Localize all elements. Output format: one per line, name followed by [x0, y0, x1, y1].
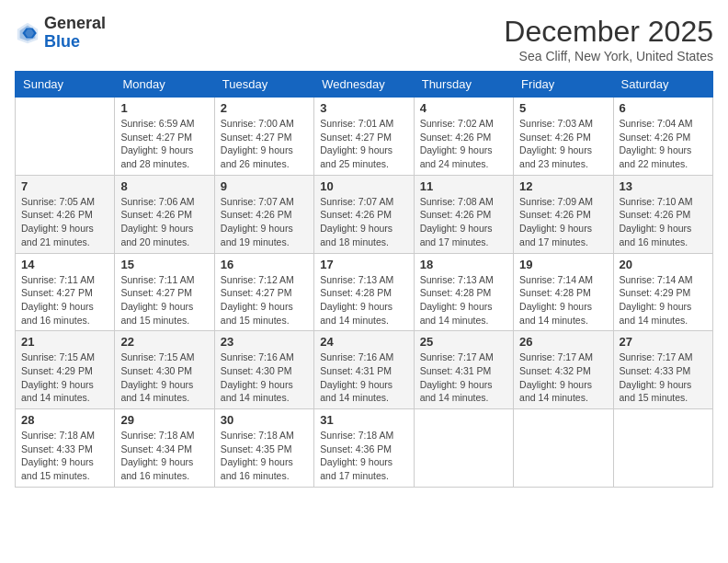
- cell-date-number: 1: [120, 101, 208, 115]
- cell-date-number: 8: [120, 179, 208, 193]
- logo-icon: [15, 20, 40, 46]
- calendar-table: SundayMondayTuesdayWednesdayThursdayFrid…: [15, 71, 713, 488]
- cell-date-number: 31: [320, 413, 407, 427]
- cell-sun-info: Sunrise: 7:17 AMSunset: 4:33 PMDaylight:…: [620, 350, 707, 405]
- cell-sun-info: Sunrise: 7:16 AMSunset: 4:31 PMDaylight:…: [320, 350, 407, 405]
- calendar-cell: 13Sunrise: 7:10 AMSunset: 4:26 PMDayligh…: [613, 175, 712, 253]
- cell-date-number: 29: [120, 413, 208, 427]
- cell-sun-info: Sunrise: 7:18 AMSunset: 4:36 PMDaylight:…: [320, 429, 407, 483]
- calendar-cell: 3Sunrise: 7:01 AMSunset: 4:27 PMDaylight…: [314, 98, 414, 176]
- cell-sun-info: Sunrise: 7:17 AMSunset: 4:32 PMDaylight:…: [519, 350, 607, 405]
- cell-date-number: 23: [221, 335, 308, 349]
- cell-date-number: 19: [519, 258, 607, 271]
- cell-sun-info: Sunrise: 7:10 AMSunset: 4:26 PMDaylight:…: [620, 195, 707, 249]
- cell-date-number: 7: [21, 179, 108, 193]
- week-row-2: 7Sunrise: 7:05 AMSunset: 4:26 PMDaylight…: [16, 175, 713, 253]
- title-block: December 2025 Sea Cliff, New York, Unite…: [504, 15, 713, 63]
- cell-date-number: 6: [620, 101, 707, 115]
- calendar-cell: 26Sunrise: 7:17 AMSunset: 4:32 PMDayligh…: [514, 331, 613, 409]
- day-header-monday: Monday: [115, 72, 214, 98]
- calendar-cell: 18Sunrise: 7:13 AMSunset: 4:28 PMDayligh…: [414, 253, 513, 331]
- week-row-1: 1Sunrise: 6:59 AMSunset: 4:27 PMDaylight…: [16, 98, 713, 176]
- calendar-cell: 11Sunrise: 7:08 AMSunset: 4:26 PMDayligh…: [414, 175, 513, 253]
- calendar-cell: [414, 409, 513, 488]
- cell-date-number: 13: [620, 179, 707, 193]
- cell-sun-info: Sunrise: 7:06 AMSunset: 4:26 PMDaylight:…: [120, 195, 208, 249]
- calendar-cell: 5Sunrise: 7:03 AMSunset: 4:26 PMDaylight…: [514, 98, 613, 176]
- cell-sun-info: Sunrise: 7:11 AMSunset: 4:27 PMDaylight:…: [21, 273, 108, 327]
- cell-date-number: 12: [519, 179, 607, 193]
- cell-date-number: 16: [221, 258, 308, 271]
- cell-sun-info: Sunrise: 7:07 AMSunset: 4:26 PMDaylight:…: [320, 195, 407, 249]
- calendar-title: December 2025: [504, 15, 713, 49]
- calendar-cell: 20Sunrise: 7:14 AMSunset: 4:29 PMDayligh…: [613, 253, 712, 331]
- cell-date-number: 22: [120, 335, 208, 349]
- calendar-cell: 23Sunrise: 7:16 AMSunset: 4:30 PMDayligh…: [214, 331, 313, 409]
- calendar-cell: 21Sunrise: 7:15 AMSunset: 4:29 PMDayligh…: [16, 331, 115, 409]
- cell-sun-info: Sunrise: 7:08 AMSunset: 4:26 PMDaylight:…: [420, 195, 507, 249]
- page-header: General Blue December 2025 Sea Cliff, Ne…: [15, 15, 713, 63]
- cell-date-number: 3: [320, 101, 407, 115]
- calendar-cell: 22Sunrise: 7:15 AMSunset: 4:30 PMDayligh…: [115, 331, 214, 409]
- day-header-tuesday: Tuesday: [214, 72, 313, 98]
- calendar-cell: 24Sunrise: 7:16 AMSunset: 4:31 PMDayligh…: [314, 331, 414, 409]
- cell-sun-info: Sunrise: 7:18 AMSunset: 4:35 PMDaylight:…: [221, 429, 308, 483]
- cell-date-number: 21: [21, 335, 108, 349]
- calendar-subtitle: Sea Cliff, New York, United States: [504, 49, 713, 63]
- cell-sun-info: Sunrise: 7:14 AMSunset: 4:29 PMDaylight:…: [620, 273, 707, 327]
- calendar-cell: 9Sunrise: 7:07 AMSunset: 4:26 PMDaylight…: [214, 175, 313, 253]
- cell-date-number: 26: [519, 335, 607, 349]
- cell-date-number: 9: [221, 179, 308, 193]
- week-row-5: 28Sunrise: 7:18 AMSunset: 4:33 PMDayligh…: [16, 409, 713, 488]
- calendar-cell: 30Sunrise: 7:18 AMSunset: 4:35 PMDayligh…: [214, 409, 313, 488]
- week-row-3: 14Sunrise: 7:11 AMSunset: 4:27 PMDayligh…: [16, 253, 713, 331]
- cell-date-number: 15: [120, 258, 208, 271]
- calendar-cell: 16Sunrise: 7:12 AMSunset: 4:27 PMDayligh…: [214, 253, 313, 331]
- day-header-saturday: Saturday: [613, 72, 712, 98]
- calendar-cell: [16, 98, 115, 176]
- logo-blue-text: Blue: [44, 33, 106, 52]
- calendar-cell: 28Sunrise: 7:18 AMSunset: 4:33 PMDayligh…: [16, 409, 115, 488]
- cell-sun-info: Sunrise: 7:09 AMSunset: 4:26 PMDaylight:…: [519, 195, 607, 249]
- day-header-thursday: Thursday: [414, 72, 513, 98]
- cell-date-number: 10: [320, 179, 407, 193]
- cell-sun-info: Sunrise: 7:04 AMSunset: 4:26 PMDaylight:…: [620, 117, 707, 171]
- cell-sun-info: Sunrise: 7:07 AMSunset: 4:26 PMDaylight:…: [221, 195, 308, 249]
- cell-date-number: 18: [420, 258, 507, 271]
- day-header-wednesday: Wednesday: [314, 72, 414, 98]
- calendar-cell: 8Sunrise: 7:06 AMSunset: 4:26 PMDaylight…: [115, 175, 214, 253]
- calendar-cell: 17Sunrise: 7:13 AMSunset: 4:28 PMDayligh…: [314, 253, 414, 331]
- cell-sun-info: Sunrise: 7:01 AMSunset: 4:27 PMDaylight:…: [320, 117, 407, 171]
- cell-sun-info: Sunrise: 7:11 AMSunset: 4:27 PMDaylight:…: [120, 273, 208, 327]
- calendar-cell: 4Sunrise: 7:02 AMSunset: 4:26 PMDaylight…: [414, 98, 513, 176]
- cell-sun-info: Sunrise: 7:02 AMSunset: 4:26 PMDaylight:…: [420, 117, 507, 171]
- cell-date-number: 25: [420, 335, 507, 349]
- calendar-cell: 6Sunrise: 7:04 AMSunset: 4:26 PMDaylight…: [613, 98, 712, 176]
- cell-sun-info: Sunrise: 7:15 AMSunset: 4:29 PMDaylight:…: [21, 350, 108, 405]
- week-row-4: 21Sunrise: 7:15 AMSunset: 4:29 PMDayligh…: [16, 331, 713, 409]
- cell-sun-info: Sunrise: 6:59 AMSunset: 4:27 PMDaylight:…: [120, 117, 208, 171]
- cell-date-number: 20: [620, 258, 707, 271]
- calendar-cell: 27Sunrise: 7:17 AMSunset: 4:33 PMDayligh…: [613, 331, 712, 409]
- cell-sun-info: Sunrise: 7:12 AMSunset: 4:27 PMDaylight:…: [221, 273, 308, 327]
- day-header-friday: Friday: [514, 72, 613, 98]
- cell-sun-info: Sunrise: 7:15 AMSunset: 4:30 PMDaylight:…: [120, 350, 208, 405]
- cell-date-number: 27: [620, 335, 707, 349]
- cell-date-number: 28: [21, 413, 108, 427]
- calendar-cell: 31Sunrise: 7:18 AMSunset: 4:36 PMDayligh…: [314, 409, 414, 488]
- calendar-cell: 29Sunrise: 7:18 AMSunset: 4:34 PMDayligh…: [115, 409, 214, 488]
- cell-sun-info: Sunrise: 7:18 AMSunset: 4:33 PMDaylight:…: [21, 429, 108, 483]
- cell-date-number: 2: [221, 101, 308, 115]
- cell-sun-info: Sunrise: 7:13 AMSunset: 4:28 PMDaylight:…: [320, 273, 407, 327]
- logo-general-text: General: [44, 15, 106, 33]
- cell-sun-info: Sunrise: 7:16 AMSunset: 4:30 PMDaylight:…: [221, 350, 308, 405]
- calendar-cell: 15Sunrise: 7:11 AMSunset: 4:27 PMDayligh…: [115, 253, 214, 331]
- cell-sun-info: Sunrise: 7:18 AMSunset: 4:34 PMDaylight:…: [120, 429, 208, 483]
- cell-date-number: 30: [221, 413, 308, 427]
- calendar-cell: 2Sunrise: 7:00 AMSunset: 4:27 PMDaylight…: [214, 98, 313, 176]
- cell-date-number: 17: [320, 258, 407, 271]
- calendar-cell: 7Sunrise: 7:05 AMSunset: 4:26 PMDaylight…: [16, 175, 115, 253]
- cell-sun-info: Sunrise: 7:14 AMSunset: 4:28 PMDaylight:…: [519, 273, 607, 327]
- calendar-cell: [613, 409, 712, 488]
- calendar-cell: 1Sunrise: 6:59 AMSunset: 4:27 PMDaylight…: [115, 98, 214, 176]
